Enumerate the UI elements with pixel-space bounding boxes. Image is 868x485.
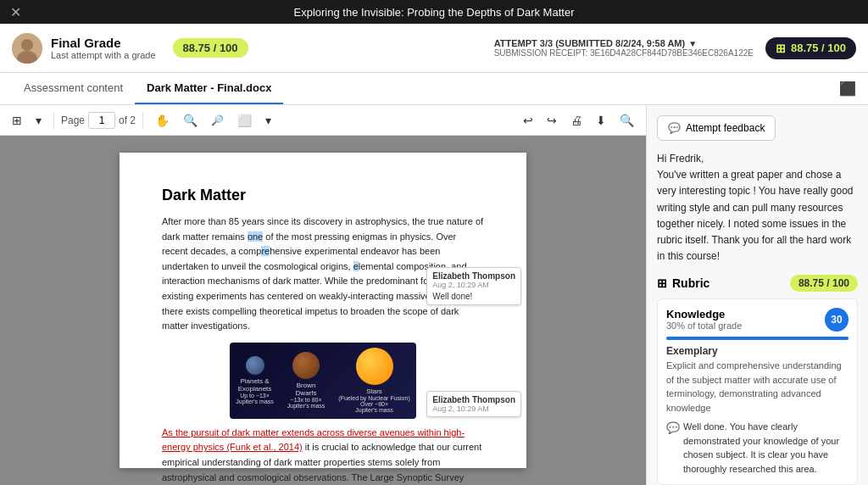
zoom-in-button[interactable]: 🔎 bbox=[206, 111, 229, 130]
brown-dwarfs: BrownDwarfs ~13x to 80×Jupiter's mass bbox=[287, 352, 326, 409]
header: Final Grade Last attempt with a grade 88… bbox=[0, 24, 868, 73]
grade-subtitle: Last attempt with a grade bbox=[51, 50, 156, 60]
grade-badge-right: ⊞ 88.75 / 100 bbox=[765, 37, 856, 59]
undo-button[interactable]: ↩ bbox=[518, 110, 538, 131]
rubric-header: ⊞ Rubric 88.75 / 100 bbox=[657, 275, 858, 292]
tab-assessment-content[interactable]: Assessment content bbox=[12, 73, 135, 104]
toolbar-separator-2 bbox=[142, 112, 143, 129]
window-title: Exploring the Invisible: Probing the Dep… bbox=[294, 6, 575, 19]
rubric-section: ⊞ Rubric 88.75 / 100 Knowledge 30% of to… bbox=[657, 275, 858, 485]
attempt-line[interactable]: ATTEMPT 3/3 (SUBMITTED 8/2/24, 9:58 AM) … bbox=[494, 38, 754, 48]
right-panel: 💬 Attempt feedback Hi Fredrik, You've wr… bbox=[646, 105, 868, 485]
criterion-knowledge-desc: Explicit and comprehensive understanding… bbox=[666, 359, 849, 415]
print-button[interactable]: 🖨 bbox=[565, 110, 587, 131]
rubric-score: 88.75 / 100 bbox=[790, 275, 858, 292]
planets-image: Planets &Exoplanets Up to ~13×Jupiter's … bbox=[230, 343, 416, 419]
stars: Stars (Fueled by Nuclear Fusion) Over ~8… bbox=[338, 348, 409, 413]
grade-label: Final Grade bbox=[51, 36, 156, 50]
of-pages-label: of 2 bbox=[119, 114, 136, 126]
header-right: ATTEMPT 3/3 (SUBMITTED 8/2/24, 9:58 AM) … bbox=[494, 37, 856, 59]
tab-list: Assessment content Dark Matter - Final.d… bbox=[12, 73, 283, 104]
grade-badge-left: 88.75 / 100 bbox=[173, 38, 248, 58]
criterion-knowledge: Knowledge 30% of total grade 30 Exemplar… bbox=[657, 298, 858, 485]
download-button[interactable]: ⬇ bbox=[591, 110, 611, 131]
criterion-knowledge-comment: 💬 Well done. You have clearly demonstrat… bbox=[666, 420, 849, 476]
main: ⊞ ▾ Page of 2 ✋ 🔍 🔎 ⬜ ▾ ↩ ↪ 🖨 ⬇ 🔍 Dark M… bbox=[0, 105, 868, 485]
grid-icon: ⊞ bbox=[776, 42, 786, 55]
doc-paragraph-2: As the pursuit of dark matter extends ac… bbox=[162, 426, 484, 485]
svg-point-1 bbox=[21, 39, 33, 51]
comment-icon-1: 💬 bbox=[666, 420, 680, 476]
receipt-line: SUBMISSION RECEIPT: 3E16D4A28CF844D78BE3… bbox=[494, 48, 754, 58]
tab-dark-matter-doc[interactable]: Dark Matter - Final.docx bbox=[135, 73, 283, 104]
view-toggle-button[interactable]: ⊞ bbox=[7, 110, 27, 131]
page-label: Page bbox=[61, 114, 85, 126]
redo-button[interactable]: ↪ bbox=[542, 110, 562, 131]
header-left: Final Grade Last attempt with a grade 88… bbox=[12, 33, 248, 64]
pdf-canvas[interactable]: Dark Matter Elizabeth Thompson Aug 2, 10… bbox=[0, 136, 646, 485]
comment-bubble-1[interactable]: Elizabeth Thompson Aug 2, 10:29 AM Well … bbox=[426, 267, 521, 305]
attempt-info: ATTEMPT 3/3 (SUBMITTED 8/2/24, 9:58 AM) … bbox=[494, 38, 754, 58]
attempt-feedback-button[interactable]: 💬 Attempt feedback bbox=[657, 115, 776, 141]
criterion-knowledge-level: Exemplary bbox=[666, 345, 849, 357]
zoom-out-button[interactable]: 🔍 bbox=[178, 110, 203, 131]
tabs: Assessment content Dark Matter - Final.d… bbox=[0, 73, 868, 105]
attempt-dropdown-arrow: ▼ bbox=[688, 39, 697, 48]
toolbar-separator-1 bbox=[53, 112, 54, 129]
criterion-knowledge-header: Knowledge 30% of total grade 30 bbox=[666, 308, 849, 332]
pdf-area: ⊞ ▾ Page of 2 ✋ 🔍 🔎 ⬜ ▾ ↩ ↪ 🖨 ⬇ 🔍 Dark M… bbox=[0, 105, 646, 485]
rubric-title: ⊞ Rubric bbox=[657, 276, 709, 290]
fit-page-button[interactable]: ⬜ bbox=[232, 110, 257, 131]
comment-bubble-2[interactable]: Elizabeth Thompson Aug 2, 10:29 AM bbox=[426, 391, 521, 417]
rubric-icon: ⊞ bbox=[657, 276, 667, 290]
criterion-knowledge-name: Knowledge bbox=[666, 308, 742, 321]
view-dropdown[interactable]: ▾ bbox=[31, 110, 47, 131]
feedback-icon: 💬 bbox=[668, 122, 681, 134]
criterion-knowledge-score: 30 bbox=[825, 308, 849, 332]
grade-info: Final Grade Last attempt with a grade bbox=[51, 36, 156, 60]
pdf-toolbar: ⊞ ▾ Page of 2 ✋ 🔍 🔎 ⬜ ▾ ↩ ↪ 🖨 ⬇ 🔍 bbox=[0, 105, 646, 136]
criterion-knowledge-pct: 30% of total grade bbox=[666, 321, 742, 331]
criterion-knowledge-bar-fill bbox=[666, 337, 849, 340]
planets-exoplanets: Planets &Exoplanets Up to ~13×Jupiter's … bbox=[236, 356, 274, 404]
save-doc-icon[interactable]: ⬛ bbox=[839, 81, 856, 97]
pdf-page-1: Dark Matter Elizabeth Thompson Aug 2, 10… bbox=[120, 153, 526, 468]
close-button[interactable]: ✕ bbox=[10, 4, 21, 20]
criterion-knowledge-bar bbox=[666, 337, 849, 340]
title-bar: ✕ Exploring the Invisible: Probing the D… bbox=[0, 0, 868, 24]
pan-tool-button[interactable]: ✋ bbox=[150, 110, 175, 131]
doc-heading: Dark Matter bbox=[162, 187, 484, 204]
feedback-text: Hi Fredrik, You've written a great paper… bbox=[657, 151, 858, 265]
avatar bbox=[12, 33, 42, 64]
search-button[interactable]: 🔍 bbox=[615, 110, 639, 131]
page-number-input[interactable] bbox=[88, 112, 115, 129]
fit-dropdown[interactable]: ▾ bbox=[260, 110, 276, 131]
